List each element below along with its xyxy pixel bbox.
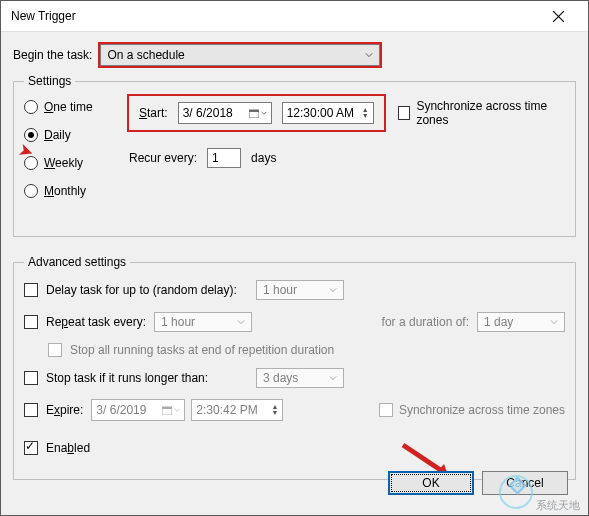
chevron-down-icon (550, 318, 558, 326)
start-time-value: 12:30:00 AM (287, 106, 354, 120)
annotation-arrow-daily: ➤ (18, 144, 36, 159)
chevron-down-icon (174, 407, 180, 413)
spinner-icon: ▲▼ (362, 107, 369, 119)
sync-timezones-checkbox[interactable] (398, 106, 411, 120)
window-title: New Trigger (11, 9, 76, 23)
close-button[interactable] (538, 2, 578, 30)
begin-task-combo[interactable]: On a schedule (100, 44, 380, 66)
delay-combo[interactable]: 1 hour (256, 280, 344, 300)
chevron-down-icon (329, 286, 337, 294)
spinner-icon: ▲▼ (271, 404, 278, 416)
radio-weekly[interactable]: Weekly (24, 156, 129, 170)
expire-sync-label: Synchronize across time zones (399, 403, 565, 417)
chevron-down-icon (261, 110, 267, 116)
start-time-input[interactable]: 12:30:00 AM ▲▼ (282, 102, 374, 124)
radio-one-time[interactable]: One time (24, 100, 129, 114)
titlebar: New Trigger (1, 1, 588, 32)
radio-monthly[interactable]: Monthly (24, 184, 129, 198)
stop-longer-checkbox[interactable] (24, 371, 38, 385)
stop-at-end-checkbox (48, 343, 62, 357)
begin-task-value: On a schedule (107, 48, 184, 62)
expire-checkbox[interactable] (24, 403, 38, 417)
begin-task-label: Begin the task: (13, 48, 92, 62)
radio-daily[interactable]: Daily (24, 128, 129, 142)
repeat-checkbox[interactable] (24, 315, 38, 329)
recur-unit: days (251, 151, 276, 165)
delay-checkbox[interactable] (24, 283, 38, 297)
svg-rect-3 (249, 110, 259, 112)
calendar-icon (249, 108, 259, 118)
repeat-interval-combo[interactable]: 1 hour (154, 312, 252, 332)
expire-time-input[interactable]: 2:30:42 PM ▲▼ (191, 399, 283, 421)
recur-label: Recur every: (129, 151, 197, 165)
chevron-down-icon (237, 318, 245, 326)
settings-legend: Settings (24, 74, 75, 88)
start-date-input[interactable]: 3/ 6/2018 (178, 102, 272, 124)
stop-longer-combo[interactable]: 3 days (256, 368, 344, 388)
start-date-value: 3/ 6/2018 (183, 106, 233, 120)
stop-longer-label: Stop task if it runs longer than: (46, 371, 256, 385)
radio-icon (24, 100, 38, 114)
advanced-legend: Advanced settings (24, 255, 130, 269)
repeat-duration-combo[interactable]: 1 day (477, 312, 565, 332)
recur-value-input[interactable]: 1 (207, 148, 241, 168)
enabled-checkbox[interactable] (24, 441, 38, 455)
close-icon (553, 11, 564, 22)
chevron-down-icon (329, 374, 337, 382)
delay-label: Delay task for up to (random delay): (46, 283, 256, 297)
radio-icon (24, 184, 38, 198)
new-trigger-dialog: New Trigger Begin the task: On a schedul… (0, 0, 589, 516)
chevron-down-icon (365, 51, 373, 59)
settings-group: Settings ➤ One time Daily (13, 74, 576, 237)
sync-timezones-label: Synchronize across time zones (416, 99, 565, 127)
expire-date-input[interactable]: 3/ 6/2019 (91, 399, 185, 421)
watermark-logo (499, 475, 533, 509)
advanced-group: Advanced settings Delay task for up to (… (13, 255, 576, 480)
svg-rect-5 (162, 407, 172, 409)
watermark-text: 系统天地 (536, 498, 580, 513)
ok-button[interactable]: OK (388, 471, 474, 495)
stop-at-end-label: Stop all running tasks at end of repetit… (70, 343, 334, 357)
calendar-icon (162, 405, 172, 415)
duration-label: for a duration of: (252, 315, 469, 329)
expire-sync-checkbox (379, 403, 393, 417)
